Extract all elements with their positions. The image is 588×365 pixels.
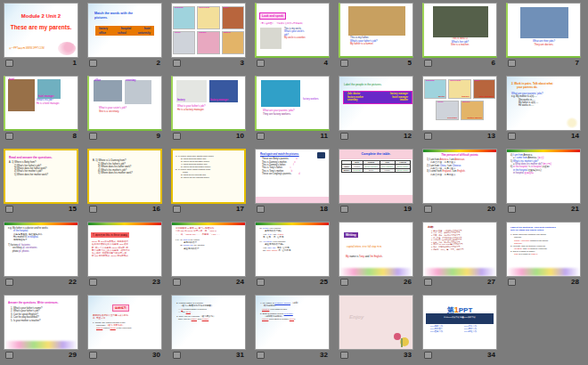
slide-number: 24	[236, 278, 244, 286]
slide-text: No, they aren't. 不, 它们不是。	[263, 249, 328, 252]
slide-thumbnail-5[interactable]: This is my father.What's your father's j…	[339, 3, 413, 58]
slide-thumbnail-26[interactable]: Writingcapital letters 大写 full stop 句号My…	[339, 222, 413, 277]
office-photo: office	[94, 80, 122, 101]
slide-thumbnail-18[interactable]: Read again and match the pictures.These …	[255, 149, 330, 204]
slide-thumbnail-25[interactable]: (3) Is this your photo?这是你的照片吗?Yes, it i…	[255, 222, 330, 277]
slide-thumbnail-20[interactable]: The person of difficult points1) I am fr…	[422, 149, 497, 204]
slide-thumbnail-29[interactable]: Answer the questions. Write sentences.1.…	[4, 295, 78, 350]
slide-thumbnail-27[interactable]: 总结:1. 每句话的第一个单词的首字母要大写。2. 人名、姓氏、头衔的首字母要大…	[422, 222, 497, 277]
slide-transition-icon[interactable]	[340, 352, 348, 359]
slide-footer: 33	[339, 350, 413, 360]
slide-thumbnail-9[interactable]: officesecretaryWhat is your sister's job…	[87, 76, 162, 131]
slide-transition-icon[interactable]	[89, 206, 97, 213]
slide-transition-icon[interactable]	[173, 206, 181, 213]
slide-transition-icon[interactable]	[173, 133, 181, 140]
text-span: — Yes,	[178, 311, 186, 313]
slide-thumbnail-33[interactable]: Enjoy	[339, 295, 413, 350]
slide-text: 我来自英国。我是英国人。	[430, 174, 495, 176]
slide-thumbnail-19[interactable]: Complete the table.BettyDamingTonyLingli…	[339, 149, 413, 204]
slide-footer: 1	[4, 58, 78, 68]
slide-thumbnail-4[interactable]: Look and speak（看下面的图片，了解并学会本课句型的运用）This …	[255, 3, 330, 58]
slide-thumbnail-10[interactable]: factoryfactory managerWhat is your fathe…	[171, 76, 246, 131]
slide-thumbnail-14[interactable]: 2. Work in pairs. Talk about whatyour pa…	[506, 76, 581, 131]
slide-thumbnail-13[interactable]: hospitaldoctoruniversityteacherhotelhote…	[422, 76, 497, 131]
slide-text: He works in.....	[519, 104, 579, 107]
slide-thumbnail-15[interactable]: Read and answer the questions.A. 1) Wher…	[4, 149, 78, 204]
slide-thumbnail-11[interactable]: factory workersWhat are your parents' jo…	[255, 76, 330, 131]
slide-footer: 19	[339, 204, 413, 214]
slide-transition-icon[interactable]	[424, 133, 432, 140]
slide-transition-icon[interactable]	[89, 279, 97, 286]
slide-text: The person of difficult points	[424, 154, 495, 158]
text-span: .（就划	[290, 302, 298, 304]
slide-transition-icon[interactable]	[89, 60, 97, 67]
slide-thumbnail-34[interactable]: 第1PPT精品PPT模板下载 海量PPT课件下载PPT模板下载PPT背景图片PP…	[422, 295, 497, 350]
slide-thumbnail-23[interactable]: 7. 指示代词 this 与 these 的用法these 是 this 的复数…	[87, 222, 162, 277]
slide-cell: officesecretaryWhat is your sister's job…	[87, 76, 162, 142]
slide-transition-icon[interactable]	[5, 352, 13, 359]
slide-transition-icon[interactable]	[424, 279, 432, 286]
slide-number: 3	[241, 59, 244, 67]
slide-thumbnail-31[interactable]: 2. Linda's father is a doctor.（改为一般疑问句并作…	[171, 295, 246, 350]
slide-transition-icon[interactable]	[173, 279, 181, 286]
slide-thumbnail-30[interactable]: 达标练习根据所给语境和中文意思完成下列句子, 每空一词。1. These are…	[87, 295, 162, 350]
slide-transition-icon[interactable]	[257, 133, 265, 140]
slide-transition-icon[interactable]	[508, 60, 516, 67]
slide-thumbnail-7[interactable]: What are their jobs?They are doctors.	[506, 3, 581, 58]
slide-number: 20	[487, 205, 495, 213]
slide-transition-icon[interactable]	[5, 133, 13, 140]
slide-transition-icon[interactable]	[508, 133, 516, 140]
slide-transition-icon[interactable]	[257, 352, 265, 359]
slide-number: 29	[69, 351, 77, 359]
slide-number: 31	[236, 351, 244, 359]
slide-transition-icon[interactable]	[89, 133, 97, 140]
slide-transition-icon[interactable]	[173, 352, 181, 359]
slide-transition-icon[interactable]	[424, 206, 432, 213]
text-span: English	[374, 255, 382, 258]
slide-thumbnail-16[interactable]: B. 1) Where is Li Daming from?2) What's …	[87, 149, 162, 204]
slide-transition-icon[interactable]	[424, 60, 432, 67]
slide-thumbnail-3[interactable]: hospitaluniversityhotelofficeschoolfacto…	[171, 3, 246, 58]
slide-transition-icon[interactable]	[340, 206, 348, 213]
slide-thumbnail-1[interactable]: Module 2 Unit 2These are my parents.第一PP…	[4, 3, 78, 58]
slide-footer: 22	[4, 277, 78, 287]
slide-transition-icon[interactable]	[5, 279, 13, 286]
slide-number: 23	[152, 278, 160, 286]
slide-transition-icon[interactable]	[173, 60, 181, 67]
slide-thumbnail-22[interactable]: e.g. My father is a doctor and he worksi…	[4, 222, 78, 277]
slide-thumbnail-28[interactable]: Look at the sentences. Then write senten…	[506, 222, 581, 277]
yarn-stem	[401, 338, 403, 347]
slide-text: 5) Where does her mother work?	[14, 174, 76, 176]
slide-transition-icon[interactable]	[424, 352, 432, 359]
slide-transition-icon[interactable]	[5, 206, 13, 213]
picture-tile: office	[173, 31, 195, 54]
slide-transition-icon[interactable]	[340, 279, 348, 286]
slide-transition-icon[interactable]	[340, 133, 348, 140]
slide-thumbnail-24[interactable]: 肯定回答用 is 还是 are 要与一般疑问句中的 this 或 these 保…	[171, 222, 246, 277]
slide-transition-icon[interactable]	[257, 279, 265, 286]
slide-transition-icon[interactable]	[508, 206, 516, 213]
slide-transition-icon[interactable]	[5, 60, 13, 67]
slide-text: My uncle is a worker.	[284, 36, 306, 39]
slide-thumbnail-17[interactable]: C. 1) Where does Tony Smith come from?2)…	[171, 149, 246, 204]
slide-thumbnail-32[interactable]: 4. My father is a factory worker.（就划线部分提…	[255, 295, 330, 350]
slide-cell: Read again and match the pictures.These …	[255, 149, 330, 215]
tile-label: university	[199, 7, 209, 10]
slide-thumbnail-12[interactable]: Label the people in the pictures.Job: do…	[339, 76, 413, 131]
picture-tile: hotel	[222, 6, 244, 29]
slide-transition-icon[interactable]	[257, 206, 265, 213]
slide-number: 1	[73, 59, 77, 67]
slide-transition-icon[interactable]	[89, 352, 97, 359]
box-word: university	[138, 31, 151, 35]
slide-text: — Yes, he is.	[178, 311, 244, 313]
slide-transition-icon[interactable]	[257, 60, 265, 67]
slide-thumbnail-21[interactable]: 4) I am from America.= I come from Ameri…	[506, 149, 581, 204]
slide-thumbnail-8[interactable]: hotelhotel managerWhat's his job?He is a…	[4, 76, 78, 131]
slide-thumbnail-2[interactable]: Match the words with thepictures.factory…	[87, 3, 162, 58]
slide-thumbnail-6[interactable]: This is Miss Li.What's her job?She is a …	[422, 3, 497, 58]
slide-transition-icon[interactable]	[340, 60, 348, 67]
slide-transition-icon[interactable]	[508, 279, 516, 286]
label-box: 达标练习	[112, 304, 129, 312]
text-span: in a hotel	[284, 312, 293, 315]
slide-text: （看下面的图片，了解并学会本课句型的运用）	[259, 22, 328, 25]
